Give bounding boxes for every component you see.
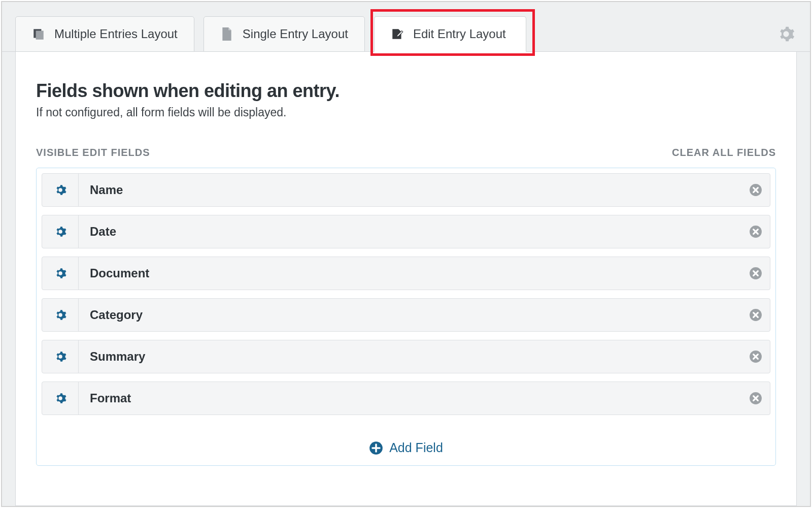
field-remove-button[interactable] bbox=[741, 308, 770, 322]
page-icon bbox=[220, 27, 233, 41]
field-label: Format bbox=[79, 391, 741, 405]
field-settings-button[interactable] bbox=[42, 382, 79, 415]
field-row[interactable]: Format bbox=[42, 382, 770, 415]
field-remove-button[interactable] bbox=[741, 350, 770, 363]
field-label: Document bbox=[79, 266, 741, 280]
tab-bar: Multiple Entries Layout Single Entry Lay… bbox=[2, 2, 810, 52]
tab-multiple-entries[interactable]: Multiple Entries Layout bbox=[15, 16, 194, 52]
add-field-label: Add Field bbox=[389, 440, 443, 455]
tab-label: Multiple Entries Layout bbox=[54, 27, 178, 41]
field-label: Name bbox=[79, 183, 741, 197]
field-row[interactable]: Category bbox=[42, 298, 770, 332]
clear-all-fields-button[interactable]: CLEAR ALL FIELDS bbox=[672, 147, 776, 158]
add-field-button[interactable]: Add Field bbox=[42, 423, 770, 455]
content-panel: Fields shown when editing an entry. If n… bbox=[15, 52, 797, 506]
fields-container: Name Date Document bbox=[36, 168, 776, 466]
field-settings-button[interactable] bbox=[42, 215, 79, 248]
page-title: Fields shown when editing an entry. bbox=[36, 80, 776, 102]
field-settings-button[interactable] bbox=[42, 299, 79, 331]
tab-edit-entry[interactable]: Edit Entry Layout bbox=[374, 16, 526, 52]
field-settings-button[interactable] bbox=[42, 340, 79, 373]
field-settings-button[interactable] bbox=[42, 174, 79, 206]
field-row[interactable]: Summary bbox=[42, 340, 770, 373]
settings-gear-icon[interactable] bbox=[777, 25, 795, 43]
field-row[interactable]: Name bbox=[42, 173, 770, 207]
page-subtitle: If not configured, all form fields will … bbox=[36, 106, 776, 119]
field-label: Summary bbox=[79, 350, 741, 364]
field-remove-button[interactable] bbox=[741, 225, 770, 238]
visible-fields-label: VISIBLE EDIT FIELDS bbox=[36, 147, 150, 158]
field-row[interactable]: Document bbox=[42, 257, 770, 290]
field-remove-button[interactable] bbox=[741, 183, 770, 197]
tab-label: Edit Entry Layout bbox=[413, 27, 506, 41]
stack-icon bbox=[32, 27, 45, 41]
field-settings-button[interactable] bbox=[42, 257, 79, 290]
field-remove-button[interactable] bbox=[741, 267, 770, 280]
window-frame: Multiple Entries Layout Single Entry Lay… bbox=[1, 1, 811, 507]
tab-single-entry[interactable]: Single Entry Layout bbox=[204, 16, 365, 52]
edit-icon bbox=[391, 27, 404, 41]
field-remove-button[interactable] bbox=[741, 392, 770, 405]
field-label: Date bbox=[79, 225, 741, 239]
field-row[interactable]: Date bbox=[42, 215, 770, 248]
tab-label: Single Entry Layout bbox=[243, 27, 348, 41]
field-label: Category bbox=[79, 308, 741, 322]
svg-rect-1 bbox=[36, 31, 44, 40]
plus-circle-icon bbox=[369, 441, 383, 455]
section-header: VISIBLE EDIT FIELDS CLEAR ALL FIELDS bbox=[36, 147, 776, 158]
